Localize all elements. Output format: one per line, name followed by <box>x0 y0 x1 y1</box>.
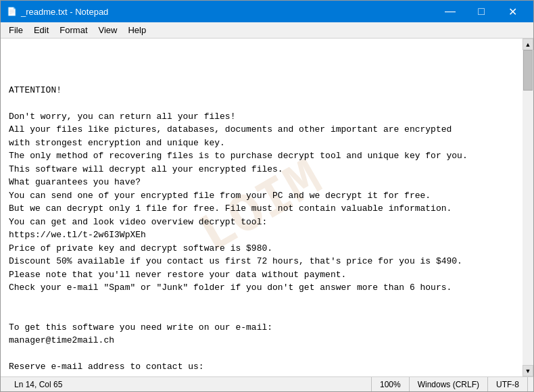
app-icon: 📄 <box>6 6 17 17</box>
scroll-down-arrow[interactable]: ▼ <box>523 365 533 376</box>
menu-file[interactable]: File <box>3 24 28 36</box>
menu-edit[interactable]: Edit <box>28 24 54 36</box>
menu-bar: File Edit Format View Help <box>1 22 533 39</box>
status-zoom: 100% <box>372 377 410 391</box>
close-button[interactable]: ✕ <box>497 1 528 22</box>
text-editor[interactable]: LOIM ATTENTION! Don't worry, you can ret… <box>1 39 523 376</box>
vertical-scrollbar[interactable]: ▲ ▼ <box>523 39 533 376</box>
notepad-window: 📄 _readme.txt - Notepad — □ ✕ File Edit … <box>0 0 534 392</box>
text-body: ATTENTION! Don't worry, you can return a… <box>9 84 514 377</box>
menu-format[interactable]: Format <box>54 24 93 36</box>
menu-view[interactable]: View <box>93 24 123 36</box>
status-encoding: UTF-8 <box>488 377 528 391</box>
status-bar: Ln 14, Col 65 100% Windows (CRLF) UTF-8 <box>1 376 533 391</box>
minimize-button[interactable]: — <box>435 1 466 22</box>
scroll-thumb[interactable] <box>523 50 533 91</box>
status-line-col: Ln 14, Col 65 <box>6 377 372 391</box>
status-line-ending: Windows (CRLF) <box>410 377 488 391</box>
content-area: LOIM ATTENTION! Don't worry, you can ret… <box>1 39 533 376</box>
scroll-track[interactable] <box>523 50 533 365</box>
window-title: _readme.txt - Notepad <box>21 7 108 17</box>
menu-help[interactable]: Help <box>122 24 151 36</box>
title-bar-left: 📄 _readme.txt - Notepad <box>6 6 108 17</box>
title-bar: 📄 _readme.txt - Notepad — □ ✕ <box>1 1 533 22</box>
window-controls: — □ ✕ <box>435 1 528 22</box>
scroll-up-arrow[interactable]: ▲ <box>523 39 533 50</box>
maximize-button[interactable]: □ <box>466 1 497 22</box>
